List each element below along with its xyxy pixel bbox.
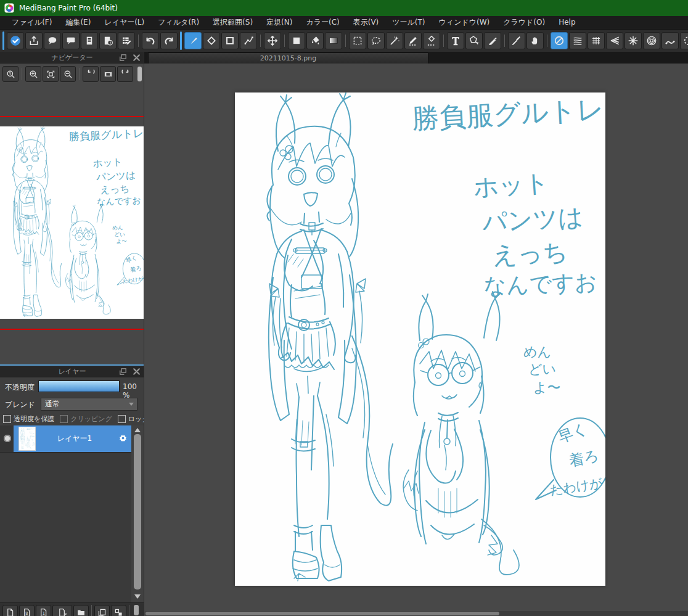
toolbar-separator [547, 35, 547, 47]
layer-list-scrollbar[interactable] [131, 425, 144, 602]
redo-button[interactable] [160, 32, 178, 49]
rotate-reset-button[interactable] [100, 66, 116, 82]
new-layer-button[interactable] [2, 605, 18, 616]
bucket-tool[interactable] [306, 32, 324, 49]
opacity-slider[interactable] [38, 380, 120, 392]
scrollbar-thumb[interactable] [145, 612, 499, 615]
navigator-guide-line-bottom [0, 329, 144, 330]
export-button[interactable] [25, 32, 43, 49]
divide-tool[interactable] [484, 32, 501, 49]
menu-cloud[interactable]: クラウド(O) [496, 16, 552, 29]
close-icon[interactable] [132, 53, 141, 62]
window-title: MediBang Paint Pro (64bit) [19, 4, 118, 12]
document-edit-button[interactable] [118, 32, 135, 49]
document-button[interactable] [81, 32, 98, 49]
popout-icon[interactable] [118, 367, 128, 376]
shape-operate-tool[interactable] [465, 32, 483, 49]
menu-color[interactable]: カラー(C) [299, 16, 346, 29]
scrollbar-thumb[interactable] [134, 434, 141, 589]
concentric-snap-button[interactable] [643, 32, 660, 49]
toolbar-separator [260, 35, 261, 47]
main-toolbar [0, 30, 688, 52]
comment-rect-button[interactable] [62, 32, 80, 49]
navigator-thumbnail[interactable] [0, 126, 144, 319]
zoom-in-button[interactable] [25, 66, 41, 82]
document-tab[interactable]: 20211015-8.png [148, 52, 428, 64]
select-eraser-tool[interactable] [423, 32, 440, 49]
navigator-zoom-slider[interactable] [137, 67, 142, 81]
parallel-snap-button[interactable] [569, 32, 586, 49]
lasso-tool[interactable] [367, 32, 385, 49]
eyedropper-tool[interactable] [508, 32, 525, 49]
title-bar: MediBang Paint Pro (64bit) [0, 0, 688, 16]
vanishing-point-snap-button[interactable] [606, 32, 623, 49]
fill-rect-tool[interactable] [288, 32, 305, 49]
toolbar-separator [443, 35, 444, 47]
polyline-tool[interactable] [240, 32, 257, 49]
toolbar-handle [180, 31, 182, 50]
new-1bit-layer-button[interactable] [36, 605, 51, 616]
grid-snap-button[interactable] [588, 32, 605, 49]
curve-snap-button[interactable] [661, 32, 679, 49]
merge-layer-button[interactable] [111, 605, 126, 616]
horizontal-scrollbar[interactable] [145, 611, 688, 616]
layer-visibility-toggle[interactable] [4, 435, 11, 442]
ellipse-snap-button[interactable] [680, 32, 688, 49]
drawing-canvas[interactable] [235, 92, 605, 586]
hand-tool[interactable] [526, 32, 544, 49]
brush-tool[interactable] [184, 32, 202, 49]
radial-snap-button[interactable] [625, 32, 642, 49]
layer-folder-button[interactable] [73, 605, 89, 616]
scroll-down-arrow[interactable] [134, 594, 141, 599]
select-rect-tool[interactable] [349, 32, 366, 49]
rotate-ccw-button[interactable] [83, 66, 99, 82]
medibang-window: MediBang Paint Pro (64bit) ファイル(F) 編集(E)… [0, 0, 688, 616]
opacity-label: 不透明度 [5, 382, 35, 393]
navigator-body [0, 84, 144, 364]
move-tool[interactable] [264, 32, 281, 49]
scroll-up-arrow[interactable] [134, 428, 141, 432]
magic-wand-tool[interactable] [386, 32, 403, 49]
new-8bit-layer-button[interactable] [19, 605, 35, 616]
menu-select[interactable]: 選択範囲(S) [206, 16, 260, 29]
gradient-tool[interactable] [325, 32, 342, 49]
canvas-region[interactable] [144, 64, 688, 616]
layer-row[interactable]: レイヤー1 [0, 425, 131, 453]
undo-button[interactable] [142, 32, 159, 49]
rotate-cw-button[interactable] [117, 66, 133, 82]
layer-panel-body: 不透明度 100 % ブレンド 通常 透明度を保護 クリッピング ロック レイヤ… [0, 377, 144, 616]
layer-toolbar-slider[interactable] [134, 605, 139, 615]
add-layer-menu-button[interactable] [52, 605, 72, 616]
menu-window[interactable]: ウィンドウ(W) [432, 16, 497, 29]
snap-off-button[interactable] [551, 32, 568, 49]
menu-tool[interactable]: ツール(T) [385, 16, 432, 29]
document-history-button[interactable] [99, 32, 117, 49]
zoom-fit-button[interactable] [43, 66, 59, 82]
zoom-100-button[interactable] [2, 66, 18, 82]
opacity-value: 100 % [123, 382, 144, 400]
layer-settings-gear-icon[interactable] [118, 433, 128, 443]
shape-brush-tool[interactable] [221, 32, 239, 49]
comment-button[interactable] [44, 32, 61, 49]
menu-filter[interactable]: フィルタ(R) [151, 16, 206, 29]
cloud-save-button[interactable] [7, 32, 24, 49]
zoom-out-button[interactable] [60, 66, 76, 82]
navigator-header: ナビゲーター [0, 52, 144, 64]
protect-alpha-checkbox[interactable]: 透明度を保護 [3, 414, 54, 424]
select-pen-tool[interactable] [404, 32, 422, 49]
eraser-tool[interactable] [203, 32, 220, 49]
clipping-checkbox[interactable]: クリッピング [60, 414, 112, 424]
document-tab-bar: 20211015-8.png [144, 52, 688, 64]
menu-view[interactable]: 表示(V) [346, 16, 386, 29]
duplicate-layer-button[interactable] [94, 605, 110, 616]
navigator-toolbar [0, 64, 144, 84]
menu-edit[interactable]: 編集(E) [59, 16, 97, 29]
menu-file[interactable]: ファイル(F) [5, 16, 59, 29]
menu-layer[interactable]: レイヤー(L) [97, 16, 151, 29]
menu-help[interactable]: Help [552, 16, 582, 29]
text-tool[interactable] [447, 32, 464, 49]
close-icon[interactable] [132, 367, 141, 376]
popout-icon[interactable] [118, 53, 128, 62]
blend-select[interactable]: 通常 [41, 398, 137, 411]
menu-ruler[interactable]: 定規(N) [260, 16, 299, 29]
